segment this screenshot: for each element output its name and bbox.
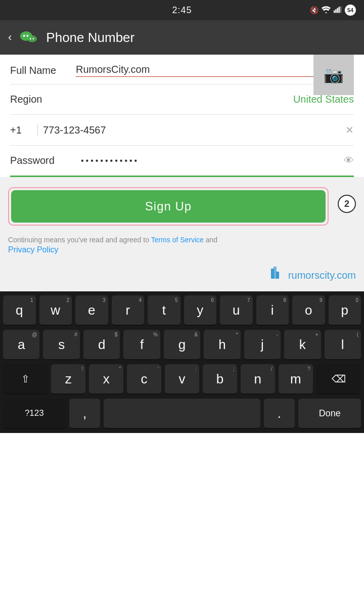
comma-key[interactable]: , [69, 399, 101, 429]
status-time: 2:45 [172, 5, 192, 16]
svg-rect-4 [340, 6, 341, 13]
watermark-text: rumorscity.com [288, 270, 356, 281]
password-label: Password [10, 155, 76, 166]
key-w[interactable]: 2w [39, 295, 72, 326]
mute-icon: 🔇 [310, 6, 318, 14]
key-p[interactable]: 0p [329, 295, 361, 326]
nav-bar: ‹ Phone Number [0, 20, 364, 55]
region-label: Region [10, 94, 76, 105]
privacy-policy-link[interactable]: Privacy Policy [8, 245, 59, 254]
watermark: rumorscity.com [0, 262, 364, 291]
key-x[interactable]: "x [89, 364, 123, 395]
full-name-label: Full Name [10, 65, 76, 76]
step-indicator: 2 [338, 195, 356, 213]
password-input[interactable]: •••••••••••• [81, 156, 339, 165]
wifi-icon [322, 6, 331, 15]
keyboard-row-3: ⇧ !z "x 'c :v ;b /n ?m ⌫ [0, 362, 364, 397]
signup-button-wrapper: Sign Up [8, 187, 329, 226]
svg-point-9 [30, 38, 31, 39]
key-z[interactable]: !z [51, 364, 85, 395]
key-m[interactable]: ?m [279, 364, 313, 395]
camera-icon: 📷 [324, 65, 344, 84]
key-i[interactable]: 8i [256, 295, 289, 326]
region-row[interactable]: Region United States [10, 84, 354, 115]
key-k[interactable]: +k [284, 330, 321, 360]
svg-rect-0 [334, 10, 335, 13]
full-name-row: Full Name RumorsCity.com 📷 [10, 55, 354, 84]
keyboard-row-4: ?123 , . Done [0, 397, 364, 433]
wechat-logo-icon [19, 27, 39, 48]
terms-of-service-link[interactable]: Terms of Service [151, 236, 204, 244]
password-row: Password •••••••••••• 👁 [10, 146, 354, 177]
key-o[interactable]: 9o [292, 295, 325, 326]
signal-icon [334, 6, 342, 15]
page-title: Phone Number [46, 30, 134, 46]
key-e[interactable]: 3e [75, 295, 108, 326]
country-code[interactable]: +1 [10, 124, 38, 136]
photo-upload-button[interactable]: 📷 [313, 55, 354, 95]
status-bar: 2:45 🔇 54 [0, 0, 364, 20]
key-y[interactable]: 6y [184, 295, 217, 326]
key-j[interactable]: -j [244, 330, 281, 360]
key-q[interactable]: 1q [3, 295, 36, 326]
numbers-key[interactable]: ?123 [3, 399, 66, 429]
key-v[interactable]: :v [165, 364, 199, 395]
key-a[interactable]: @a [3, 330, 39, 360]
shift-key[interactable]: ⇧ [3, 364, 48, 395]
backspace-key[interactable]: ⌫ [316, 364, 361, 395]
space-key[interactable] [104, 399, 260, 429]
terms-area: Continuing means you've read and agreed … [0, 231, 364, 262]
svg-rect-1 [335, 9, 336, 13]
key-t[interactable]: 5t [148, 295, 180, 326]
signup-button[interactable]: Sign Up [11, 190, 326, 223]
key-h[interactable]: *h [204, 330, 240, 360]
signup-area: Sign Up 2 [0, 177, 364, 231]
svg-point-8 [28, 35, 37, 42]
status-icons: 🔇 54 [310, 5, 356, 16]
keyboard-row-2: @a #s $d %f &g *h -j +k (l [0, 328, 364, 362]
done-key[interactable]: Done [298, 399, 361, 429]
key-f[interactable]: %f [123, 330, 160, 360]
back-button[interactable]: ‹ [8, 31, 12, 44]
key-s[interactable]: #s [43, 330, 79, 360]
key-r[interactable]: 4r [112, 295, 145, 326]
svg-point-10 [33, 38, 34, 39]
clear-phone-button[interactable]: ✕ [345, 124, 354, 136]
key-u[interactable]: 7u [220, 295, 253, 326]
key-d[interactable]: $d [83, 330, 120, 360]
form-card: Full Name RumorsCity.com 📷 Region United… [0, 55, 364, 177]
svg-point-6 [23, 35, 25, 37]
svg-rect-13 [274, 267, 277, 279]
svg-rect-2 [337, 8, 338, 13]
watermark-logo-icon [266, 265, 284, 286]
key-b[interactable]: ;b [203, 364, 237, 395]
svg-rect-3 [339, 7, 340, 13]
svg-point-7 [27, 35, 29, 37]
phone-number-input[interactable]: 773-123-4567 [43, 124, 340, 136]
period-key[interactable]: . [264, 399, 295, 429]
key-c[interactable]: 'c [127, 364, 161, 395]
show-password-button[interactable]: 👁 [344, 155, 354, 166]
phone-row: +1 773-123-4567 ✕ [10, 115, 354, 146]
terms-text: Continuing means you've read and agreed … [8, 236, 217, 244]
key-n[interactable]: /n [241, 364, 275, 395]
key-l[interactable]: (l [325, 330, 361, 360]
region-value: United States [293, 94, 354, 105]
battery-indicator: 54 [345, 5, 356, 16]
keyboard-row-1: 1q 2w 3e 4r 5t 6y 7u 8i 9o 0p [0, 293, 364, 328]
key-g[interactable]: &g [164, 330, 200, 360]
keyboard: 1q 2w 3e 4r 5t 6y 7u 8i 9o 0p @a #s $d %… [0, 291, 364, 433]
full-name-value[interactable]: RumorsCity.com [76, 64, 354, 77]
form-area: Full Name RumorsCity.com 📷 Region United… [0, 55, 364, 177]
